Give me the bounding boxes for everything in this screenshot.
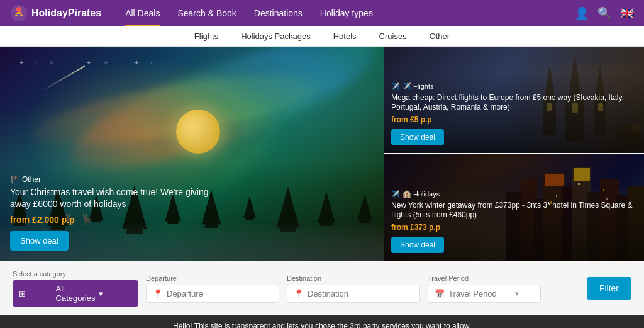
sub-nav-other[interactable]: Other bbox=[425, 26, 455, 47]
user-icon[interactable]: 👤 bbox=[575, 6, 589, 20]
travel-chevron-icon: ▾ bbox=[515, 290, 519, 298]
main-content: 🦌 🦌 🏴 Other Your Christmas travel wish c… bbox=[0, 47, 644, 261]
category-group: Select a category ⊞ All Categories ▾ bbox=[13, 270, 138, 307]
hero-text-overlay: 🏴 Other Your Christmas travel wish come … bbox=[0, 163, 384, 261]
travel-period-label: Travel Period bbox=[428, 274, 541, 282]
flights-card: ✈️ ✈️ Flights Mega cheap: Direct flights… bbox=[384, 47, 644, 154]
holidays-type-badge: ✈️ 🏨 Holidays bbox=[391, 190, 440, 198]
sub-nav-hotels[interactable]: Hotels bbox=[328, 26, 362, 47]
search-icon[interactable]: 🔍 bbox=[597, 6, 611, 20]
travel-period-group: Travel Period 📅 ▾ bbox=[428, 274, 541, 303]
flights-card-title: Mega cheap: Direct flights to Europe fro… bbox=[391, 93, 636, 113]
destination-input[interactable] bbox=[308, 289, 413, 298]
hero-banner: 🦌 🦌 🏴 Other Your Christmas travel wish c… bbox=[0, 47, 384, 261]
category-label: Select a category bbox=[13, 270, 138, 278]
moon-decoration bbox=[176, 110, 220, 154]
footer-message: Hello! This site is transparent and lets… bbox=[5, 320, 639, 328]
departure-group: Departure 📍 bbox=[146, 274, 279, 303]
header: HolidayPirates All Deals Search & Book D… bbox=[0, 0, 644, 26]
holidays-card-content: ✈️ 🏨 Holidays New York winter getaway fr… bbox=[384, 180, 644, 261]
main-nav: All Deals Search & Book Destinations Hol… bbox=[116, 0, 575, 26]
holidays-card: ✈️ 🏨 Holidays New York winter getaway fr… bbox=[384, 154, 644, 261]
location-icon: 📍 bbox=[153, 289, 163, 298]
category-value: All Categories bbox=[56, 284, 96, 303]
sub-nav-cruises[interactable]: Cruises bbox=[374, 26, 412, 47]
nav-destinations[interactable]: Destinations bbox=[245, 0, 311, 26]
chevron-down-icon: ▾ bbox=[99, 289, 132, 298]
logo[interactable]: HolidayPirates bbox=[10, 4, 101, 22]
departure-input-wrapper: 📍 bbox=[146, 285, 279, 303]
sub-nav: Flights Holidays Packages Hotels Cruises… bbox=[0, 26, 644, 47]
header-actions: 👤 🔍 🇬🇧 bbox=[575, 6, 634, 20]
sub-nav-flights[interactable]: Flights bbox=[189, 26, 223, 47]
sub-nav-holidays[interactable]: Holidays Packages bbox=[236, 26, 316, 47]
holidays-show-deal-button[interactable]: Show deal bbox=[391, 237, 444, 253]
nav-all-deals[interactable]: All Deals bbox=[116, 0, 169, 26]
hero-badge: 🏴 Other bbox=[10, 175, 41, 184]
destination-group: Destination 📍 bbox=[287, 274, 420, 303]
hero-show-deal-button[interactable]: Show deal bbox=[10, 231, 69, 251]
flights-icon: ✈️ bbox=[391, 82, 400, 91]
footer-banner: Hello! This site is transparent and lets… bbox=[0, 315, 644, 328]
nav-search-book[interactable]: Search & Book bbox=[169, 0, 245, 26]
destination-label: Destination bbox=[287, 274, 420, 282]
badge-icon: 🏴 bbox=[10, 175, 19, 184]
pin-icon: 📍 bbox=[294, 289, 304, 298]
flights-show-deal-button[interactable]: Show deal bbox=[391, 129, 444, 145]
travel-period-input-wrapper: 📅 ▾ bbox=[428, 285, 541, 303]
departure-input[interactable] bbox=[167, 289, 272, 298]
flag-icon[interactable]: 🇬🇧 bbox=[620, 6, 634, 20]
hero-badge-label: Other bbox=[22, 175, 41, 184]
holidays-icon: ✈️ bbox=[391, 190, 400, 198]
flights-type-badge: ✈️ ✈️ Flights bbox=[391, 82, 433, 91]
logo-text: HolidayPirates bbox=[31, 8, 101, 19]
svg-point-1 bbox=[16, 7, 21, 12]
hero-title: Your Christmas travel wish come true! We… bbox=[10, 186, 230, 211]
flights-card-price: from £5 p.p bbox=[391, 115, 636, 124]
holidays-card-price: from £373 p.p bbox=[391, 223, 636, 232]
nav-holiday-types[interactable]: Holiday types bbox=[311, 0, 382, 26]
holidays-card-title: New York winter getaway from £373pp - 3n… bbox=[391, 201, 636, 220]
travel-period-input[interactable] bbox=[448, 289, 511, 298]
filter-button[interactable]: Filter bbox=[587, 277, 631, 300]
departure-label: Departure bbox=[146, 274, 279, 282]
destination-input-wrapper: 📍 bbox=[287, 285, 420, 303]
flights-card-content: ✈️ ✈️ Flights Mega cheap: Direct flights… bbox=[384, 72, 644, 153]
hero-price: from £2,000 p.p bbox=[10, 215, 374, 225]
search-bar: Select a category ⊞ All Categories ▾ Dep… bbox=[0, 261, 644, 315]
flights-label: ✈️ Flights bbox=[402, 82, 433, 91]
svg-rect-23 bbox=[574, 168, 590, 181]
deal-cards: ✈️ ✈️ Flights Mega cheap: Direct flights… bbox=[384, 47, 644, 261]
calendar-icon: 📅 bbox=[435, 289, 445, 298]
grid-icon: ⊞ bbox=[19, 289, 52, 298]
holidays-label: 🏨 Holidays bbox=[402, 190, 440, 198]
category-select[interactable]: ⊞ All Categories ▾ bbox=[13, 280, 138, 307]
